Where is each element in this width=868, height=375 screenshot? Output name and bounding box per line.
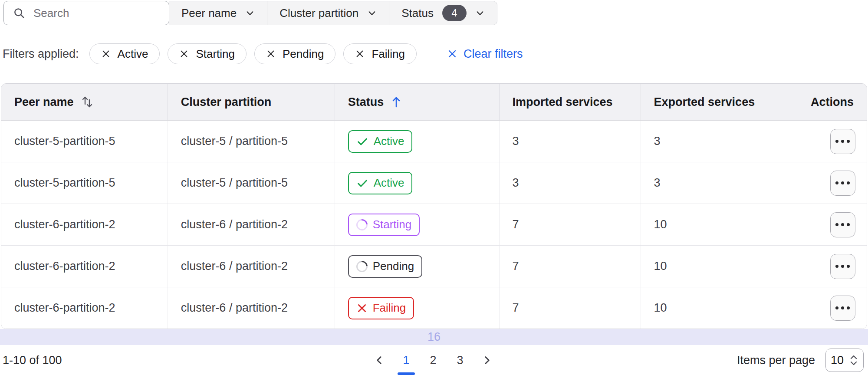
cell-status: Starting — [335, 204, 500, 245]
cell-cluster-partition: cluster-5 / partition-5 — [168, 162, 335, 204]
status-label: Active — [374, 135, 404, 148]
column-header-label: Imported services — [513, 95, 613, 109]
cell-cluster-partition: cluster-5 / partition-5 — [168, 121, 335, 162]
page-number-button[interactable]: 2 — [423, 350, 444, 371]
cell-imported-services: 3 — [500, 162, 641, 204]
column-header-status[interactable]: Status — [335, 84, 500, 120]
filter-toolbar: Peer name Cluster partition Status 4 — [3, 1, 868, 25]
table-row: cluster-5-partition-5 cluster-5 / partit… — [1, 121, 867, 162]
column-header-label: Peer name — [14, 95, 74, 109]
cell-status: Failing — [335, 287, 500, 329]
table-header-row: Peer name Cluster partition Status Impor… — [1, 84, 867, 121]
cell-peer-name: cluster-5-partition-5 — [1, 121, 168, 162]
x-icon[interactable] — [355, 49, 365, 59]
page-number-button[interactable]: 3 — [450, 350, 470, 371]
x-icon[interactable] — [266, 49, 276, 59]
cell-peer-name: cluster-6-partition-2 — [1, 204, 168, 245]
cluster-partition-dropdown[interactable]: Cluster partition — [267, 1, 389, 25]
status-badge: Active — [348, 172, 413, 194]
peers-table: Peer name Cluster partition Status Impor… — [1, 83, 867, 329]
row-actions-button[interactable] — [830, 212, 855, 237]
status-badge: Starting — [348, 214, 420, 236]
next-page-button[interactable] — [477, 350, 497, 371]
chevron-right-icon — [481, 355, 493, 366]
cell-exported-services: 10 — [641, 204, 784, 245]
column-header-label: Actions — [811, 95, 854, 109]
cell-exported-services: 3 — [641, 121, 784, 162]
filter-chip-label: Failing — [372, 47, 405, 61]
status-count-badge: 4 — [442, 5, 467, 21]
cell-actions — [784, 246, 867, 287]
status-badge: Pending — [348, 255, 422, 278]
cell-status: Active — [335, 121, 500, 162]
page-number-list: 1 2 3 — [396, 350, 470, 371]
column-header-imported-services: Imported services — [500, 84, 641, 120]
cluster-partition-dropdown-label: Cluster partition — [279, 7, 358, 20]
status-icon — [356, 177, 368, 189]
clear-filters-label: Clear filters — [464, 47, 523, 61]
filter-chip-label: Starting — [196, 47, 235, 61]
table-row: cluster-6-partition-2 cluster-6 / partit… — [1, 246, 867, 287]
chevron-down-icon — [475, 8, 485, 18]
items-per-page-select[interactable]: 10 — [825, 349, 864, 372]
previous-page-button[interactable] — [369, 350, 390, 371]
column-header-actions: Actions — [784, 84, 867, 120]
status-dropdown-label: Status — [401, 7, 434, 20]
updown-stepper-icon — [849, 354, 858, 366]
items-per-page-value: 10 — [831, 354, 844, 367]
cell-actions — [784, 162, 867, 204]
status-icon — [356, 303, 368, 314]
status-icon — [356, 261, 368, 272]
filter-chip[interactable]: Failing — [343, 43, 417, 64]
column-header-label: Status — [348, 95, 384, 109]
page-number-button[interactable]: 1 — [396, 350, 417, 371]
x-icon — [447, 49, 457, 59]
status-label: Active — [374, 176, 404, 190]
row-actions-button[interactable] — [830, 296, 855, 321]
cell-imported-services: 7 — [500, 246, 641, 287]
cell-imported-services: 7 — [500, 287, 641, 329]
table-row: cluster-6-partition-2 cluster-6 / partit… — [1, 204, 867, 246]
status-icon — [356, 135, 368, 148]
items-per-page-label: Items per page — [737, 354, 815, 367]
pager: 1 2 3 — [369, 350, 497, 371]
search-icon — [13, 7, 26, 20]
filter-chip[interactable]: Starting — [168, 43, 247, 64]
pagination-bar: 1-10 of 100 1 2 3 Items per page 10 — [0, 345, 868, 375]
column-header-peer-name[interactable]: Peer name — [1, 84, 168, 120]
cell-peer-name: cluster-6-partition-2 — [1, 246, 168, 287]
cell-exported-services: 10 — [641, 287, 784, 329]
status-label: Failing — [373, 301, 406, 315]
column-header-label: Cluster partition — [181, 95, 272, 109]
status-dropdown[interactable]: Status 4 — [389, 1, 497, 25]
filter-chip[interactable]: Active — [89, 43, 160, 64]
search-box[interactable] — [3, 1, 169, 25]
x-icon[interactable] — [179, 49, 189, 59]
cell-imported-services: 7 — [500, 204, 641, 245]
status-badge: Active — [348, 130, 413, 153]
table-row: cluster-6-partition-2 cluster-6 / partit… — [1, 287, 867, 329]
peer-name-dropdown-label: Peer name — [181, 7, 237, 20]
clear-filters-button[interactable]: Clear filters — [444, 47, 526, 61]
cell-imported-services: 3 — [500, 121, 641, 162]
sort-updown-icon[interactable] — [81, 95, 94, 109]
row-actions-button[interactable] — [830, 129, 855, 154]
x-icon[interactable] — [101, 49, 111, 59]
cell-actions — [784, 204, 867, 245]
filter-chip-label: Pending — [283, 47, 324, 61]
peer-name-dropdown[interactable]: Peer name — [169, 1, 267, 25]
cell-cluster-partition: cluster-6 / partition-2 — [168, 287, 335, 329]
cell-cluster-partition: cluster-6 / partition-2 — [168, 246, 335, 287]
row-actions-button[interactable] — [830, 171, 855, 196]
cell-status: Pending — [335, 246, 500, 287]
filter-chip-list: Active Starting Pending Failing — [89, 43, 417, 64]
cell-peer-name: cluster-6-partition-2 — [1, 287, 168, 329]
filter-chip[interactable]: Pending — [254, 43, 335, 64]
cell-actions — [784, 287, 867, 329]
overflow-row-label: 16 — [427, 330, 441, 344]
arrow-up-icon[interactable] — [391, 95, 402, 109]
table-row: cluster-5-partition-5 cluster-5 / partit… — [1, 162, 867, 204]
search-input[interactable] — [33, 6, 156, 20]
overflow-row-indicator: 16 — [0, 329, 868, 345]
row-actions-button[interactable] — [830, 254, 855, 279]
